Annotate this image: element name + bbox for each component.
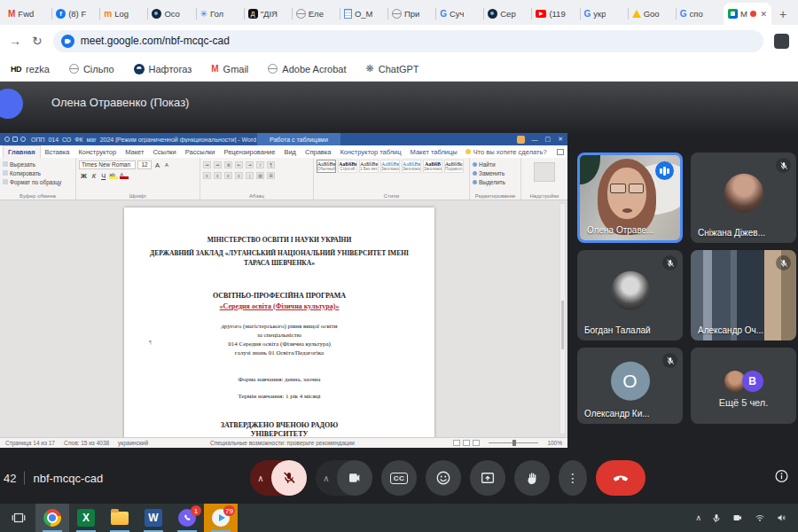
scrollbar-thumb[interactable] — [561, 301, 564, 349]
tab-oso[interactable]: Осо — [147, 3, 195, 25]
tab-moodle[interactable]: mLog — [99, 3, 147, 25]
ribbon-tab-help[interactable]: Справка — [301, 146, 335, 158]
bookmark-acrobat[interactable]: Adobe Acrobat — [268, 64, 346, 74]
bookmark-chatgpt[interactable]: ❋ChatGPT — [366, 63, 419, 74]
select-button[interactable]: Выделить — [473, 177, 518, 186]
bookmark-gmail[interactable]: MGmail — [211, 64, 248, 74]
tab-gol[interactable]: ✳Гол — [196, 3, 244, 25]
line-spacing-button[interactable]: ↨ — [246, 172, 254, 179]
extension-icon[interactable] — [774, 34, 789, 49]
language-indicator[interactable]: украинский — [118, 440, 148, 446]
taskbar-viber[interactable]: 1 — [170, 504, 204, 532]
align-right-button[interactable]: ≡ — [224, 172, 232, 179]
camera-icon[interactable] — [337, 460, 372, 496]
decrease-indent-button[interactable]: ⇤ — [235, 161, 243, 168]
style-heading2[interactable]: АаБбВвЗаголовок... — [402, 160, 421, 173]
tab-diia[interactable]: Д"ДІЯ — [244, 3, 292, 25]
document-canvas[interactable]: МІНІСТЕРСТВО ОСВІТИ І НАУКИ УКРАЇНИ ДЕРЖ… — [0, 200, 567, 437]
tab-facebook[interactable]: f(8) F — [51, 3, 99, 25]
tab-meet-active[interactable]: M ✕ — [724, 3, 771, 25]
bold-button[interactable]: Ж — [79, 172, 89, 180]
grow-font-icon[interactable]: А — [153, 161, 161, 169]
font-size-select[interactable]: 12 — [137, 160, 152, 169]
tile-bogdan[interactable]: Богдан Талалай — [577, 250, 683, 340]
forward-icon[interactable]: → — [9, 34, 21, 48]
pilcrow-button[interactable]: ¶ — [267, 161, 275, 168]
tray-wifi-icon[interactable] — [754, 512, 766, 523]
replace-button[interactable]: Заменить — [473, 168, 518, 177]
ribbon-tab-home[interactable]: Главная — [3, 145, 41, 158]
tab-gmail[interactable]: MFwd — [4, 3, 51, 25]
task-view-button[interactable] — [2, 504, 35, 532]
shading-button[interactable]: ▨ — [256, 172, 264, 179]
align-left-button[interactable]: ≡ — [203, 172, 211, 179]
close-icon[interactable]: ✕ — [558, 136, 563, 143]
style-heading1[interactable]: АаБбВвЗаголовок... — [380, 160, 400, 173]
tray-volume-icon[interactable] — [776, 512, 787, 523]
tile-oleksandr-k[interactable]: О Олександр Ки... — [577, 348, 683, 424]
reload-icon[interactable]: ↻ — [32, 34, 43, 48]
style-no-spacing[interactable]: АаБбВвГг1 Без инт... — [359, 160, 379, 173]
zoom-level[interactable]: 100% — [547, 440, 562, 446]
align-center-button[interactable]: ≡ — [214, 172, 222, 179]
style-normal[interactable]: АаБбВвГгОбычный — [317, 160, 336, 173]
increase-indent-button[interactable]: ⇥ — [246, 161, 254, 168]
font-name-select[interactable]: Times New Roman — [79, 160, 136, 169]
comments-icon[interactable] — [557, 149, 564, 155]
captions-button[interactable]: CC — [381, 460, 417, 496]
ribbon-tab-review[interactable]: Рецензирование — [219, 146, 279, 158]
numbering-button[interactable]: ≕ — [214, 161, 222, 168]
tab-ser[interactable]: Сер — [483, 3, 531, 25]
tile-snizhana[interactable]: Сніжана Діжев... — [691, 153, 796, 243]
ribbon-tab-mailings[interactable]: Рассылки — [181, 146, 220, 158]
tile-olena[interactable]: Олена Отраве... — [577, 153, 683, 243]
ribbon-tab-design[interactable]: Конструктор — [74, 146, 121, 158]
ribbon-tab-references[interactable]: Ссылки — [148, 146, 180, 158]
sort-button[interactable]: ↕ — [256, 161, 264, 168]
tab-google-1[interactable]: GСуч — [435, 3, 483, 25]
style-heading3[interactable]: АаБбВЗаголовок... — [423, 160, 442, 173]
tab-google-3[interactable]: Gспо — [676, 3, 724, 25]
mic-options-chevron-icon[interactable]: ∧ — [250, 473, 271, 483]
word-count[interactable]: Слов: 15 из 4038 — [64, 440, 109, 446]
zoom-knob[interactable] — [512, 440, 516, 446]
tell-me-box[interactable]: Что вы хотите сделать? — [466, 148, 547, 156]
taskbar-explorer[interactable] — [103, 504, 137, 532]
taskbar-chrome[interactable] — [35, 504, 69, 532]
highlight-button[interactable]: ab — [109, 172, 118, 179]
bullets-button[interactable]: ≔ — [203, 161, 211, 168]
addins-button[interactable] — [534, 162, 555, 182]
leave-call-button[interactable] — [596, 460, 645, 496]
ribbon-tab-view[interactable]: Вид — [279, 146, 301, 158]
camera-button[interactable]: ∧ — [316, 460, 372, 496]
page-indicator[interactable]: Страница 14 из 17 — [5, 440, 55, 446]
taskbar-messenger[interactable]: 79 — [204, 504, 238, 532]
borders-button[interactable]: ⊞ — [267, 172, 275, 179]
bookmark-rezka[interactable]: HDrezka — [11, 64, 50, 74]
tile-aleksandr-o[interactable]: Александр Оч... — [691, 250, 796, 340]
tray-camera-icon[interactable] — [732, 512, 744, 523]
tab-close-icon[interactable]: ✕ — [760, 10, 767, 19]
tab-drive[interactable]: Goo — [628, 3, 676, 25]
read-mode-icon[interactable] — [453, 440, 460, 446]
address-bar[interactable]: meet.google.com/nbf-mcqc-cad — [53, 30, 763, 52]
font-color-button[interactable]: А — [120, 172, 129, 179]
mic-button[interactable]: ∧ — [250, 460, 307, 496]
web-layout-icon[interactable] — [473, 440, 480, 446]
format-painter-button[interactable]: Формат по образцу — [3, 177, 73, 186]
ribbon-tab-table-layout[interactable]: Макет таблицы — [406, 146, 462, 158]
more-options-button[interactable]: ⋮ — [559, 460, 587, 496]
bookmark-silpo[interactable]: Сільпо — [69, 64, 114, 74]
zoom-slider[interactable] — [489, 442, 538, 443]
view-switcher[interactable] — [453, 440, 480, 446]
print-layout-icon[interactable] — [463, 440, 470, 446]
reactions-button[interactable] — [426, 460, 461, 496]
tab-pri[interactable]: При — [387, 3, 435, 25]
taskbar-excel[interactable]: X — [69, 504, 103, 532]
style-strict[interactable]: АаБбВвГгСтрогий — [338, 160, 357, 173]
bookmark-naftogaz[interactable]: Нафтогаз — [134, 64, 192, 74]
quick-access-toolbar[interactable] — [4, 137, 26, 142]
find-button[interactable]: Найти — [473, 160, 518, 168]
meeting-details-button[interactable] — [774, 469, 789, 488]
camera-permission-icon[interactable] — [61, 35, 74, 48]
